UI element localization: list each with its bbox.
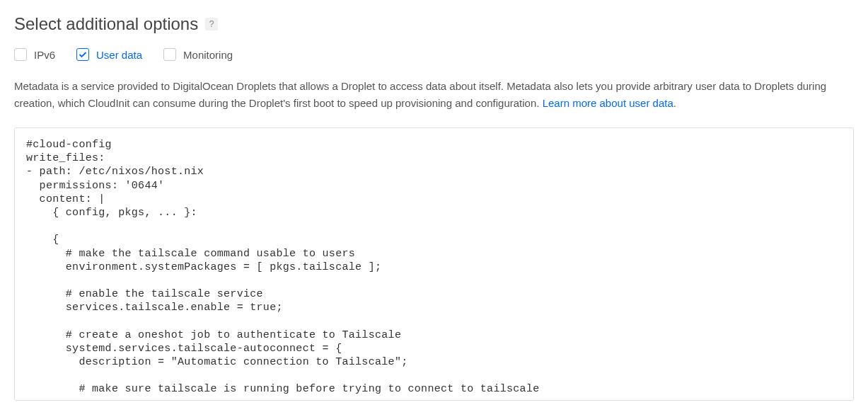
userdata-textarea[interactable] [15, 128, 853, 400]
ipv6-label: IPv6 [34, 49, 55, 61]
section-title: Select additional options ? [14, 14, 218, 34]
monitoring-label: Monitoring [183, 49, 233, 61]
options-row: IPv6 User data Monitoring [14, 48, 854, 61]
learn-more-link[interactable]: Learn more about user data [543, 97, 673, 109]
userdata-container [14, 127, 854, 401]
ipv6-option[interactable]: IPv6 [14, 48, 55, 61]
metadata-description: Metadata is a service provided to Digita… [14, 78, 854, 112]
section-title-text: Select additional options [14, 14, 198, 34]
monitoring-checkbox[interactable] [163, 48, 176, 61]
userdata-label: User data [96, 49, 142, 61]
ipv6-checkbox[interactable] [14, 48, 27, 61]
check-icon [79, 50, 87, 59]
description-text: Metadata is a service provided to Digita… [14, 80, 826, 109]
monitoring-option[interactable]: Monitoring [163, 48, 233, 61]
help-icon[interactable]: ? [205, 18, 218, 30]
description-period: . [673, 97, 676, 109]
userdata-checkbox[interactable] [76, 48, 89, 61]
userdata-option[interactable]: User data [76, 48, 142, 61]
